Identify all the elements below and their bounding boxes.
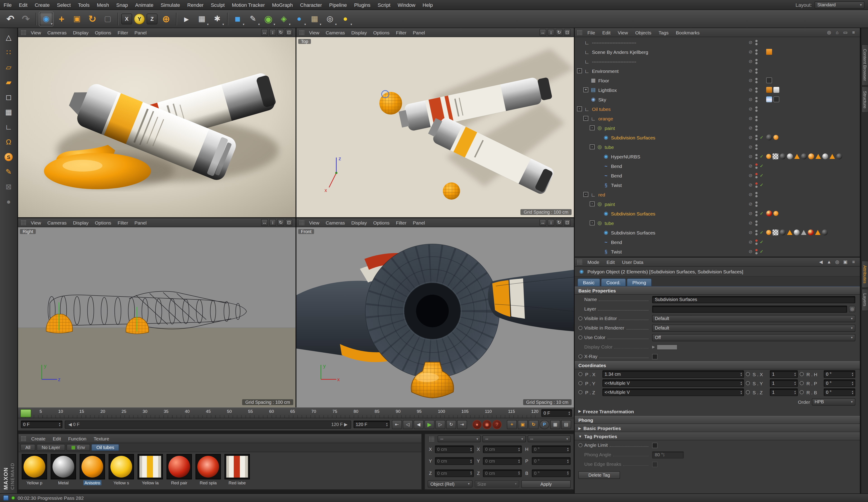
- move-tool[interactable]: +: [54, 12, 69, 26]
- home-icon[interactable]: ⌂: [834, 30, 840, 35]
- viewport-menu-options[interactable]: Options: [370, 30, 393, 35]
- material-yellow-la[interactable]: Yellow la: [137, 454, 164, 485]
- add-camera-button[interactable]: ◎▾: [323, 12, 337, 26]
- phong-basic-properties[interactable]: ▶ Basic Properties: [575, 424, 860, 432]
- front-canvas[interactable]: y x Front Grid Spacing : 10 cm: [297, 227, 574, 407]
- renderer-visibility-dot[interactable]: [755, 176, 757, 178]
- attribute-menu-user-data[interactable]: User Data: [618, 259, 647, 265]
- editor-visibility-dot[interactable]: [755, 96, 757, 99]
- panel-grip-icon[interactable]: [21, 436, 26, 441]
- visibility-dots[interactable]: [754, 220, 758, 226]
- tree-row[interactable]: ∟----------------------------⊘: [575, 38, 860, 47]
- tree-row[interactable]: ~Bend⊘✓: [575, 237, 860, 247]
- sphere-gray-tag-icon[interactable]: [787, 153, 793, 159]
- pan-view-icon[interactable]: ↔: [539, 219, 546, 226]
- expand-icon[interactable]: ▶: [652, 345, 655, 349]
- object-menu-tags[interactable]: Tags: [655, 30, 672, 35]
- toggle-view-icon[interactable]: ⊡: [564, 219, 571, 226]
- layer-toggle-icon[interactable]: ⊘: [747, 173, 754, 178]
- editor-visibility-dot[interactable]: [755, 106, 757, 109]
- viewport-menu-display[interactable]: Display: [348, 30, 370, 35]
- layer-toggle-icon[interactable]: ⊘: [747, 49, 754, 54]
- menu-mesh[interactable]: Mesh: [93, 2, 113, 8]
- stepper[interactable]: ▴▾: [794, 372, 796, 376]
- pan-view-icon[interactable]: ↔: [539, 29, 546, 36]
- renderer-visibility-dot[interactable]: [755, 128, 757, 131]
- renderer-visibility-dot[interactable]: [755, 138, 757, 140]
- rotation-field[interactable]: 0 °▴▾: [824, 388, 855, 396]
- collapse-icon[interactable]: -: [590, 144, 595, 150]
- viewport-filter-button[interactable]: ●: [2, 195, 16, 209]
- renderer-visibility-dot[interactable]: [755, 185, 757, 188]
- stepper[interactable]: ▴▾: [518, 459, 519, 463]
- tab-coord[interactable]: Coord.: [601, 278, 626, 286]
- sphere-red-tag-icon[interactable]: [808, 229, 814, 235]
- layer-toggle-icon[interactable]: ⊘: [747, 125, 754, 130]
- dock-tab-attributes[interactable]: Attributes: [862, 261, 868, 288]
- make-editable-button[interactable]: △: [2, 31, 16, 44]
- phong-angle-field[interactable]: 80 °▴▾: [652, 451, 684, 458]
- layer-toggle-icon[interactable]: ⊘: [747, 192, 754, 197]
- layer-toggle-icon[interactable]: ⊘: [747, 211, 754, 216]
- sphere-gray-tag-icon[interactable]: [794, 229, 800, 235]
- menu-help[interactable]: Help: [419, 2, 436, 8]
- rotate-tool[interactable]: ↻: [85, 12, 100, 26]
- stepper[interactable]: ▴▾: [794, 390, 796, 395]
- visibility-dots[interactable]: [754, 96, 758, 102]
- renderer-visibility-dot[interactable]: [755, 233, 757, 235]
- layout-dropdown[interactable]: Standard ▾: [815, 1, 864, 8]
- menu-file[interactable]: File: [0, 2, 15, 8]
- renderer-visibility-dot[interactable]: [755, 166, 757, 168]
- add-environment-button[interactable]: ▦▾: [307, 12, 322, 26]
- editor-visibility-dot[interactable]: [755, 40, 757, 42]
- layer-toggle-icon[interactable]: ⊘: [747, 68, 754, 73]
- layer-toggle-icon[interactable]: ⊘: [747, 59, 754, 64]
- tree-row[interactable]: ◉HyperNURBS⊘✓: [575, 152, 860, 161]
- visibility-dots[interactable]: [754, 201, 758, 207]
- coord-position-field[interactable]: 0 cm▴▾: [435, 469, 474, 477]
- stepper[interactable]: ▴▾: [567, 471, 568, 475]
- scale-tool[interactable]: ▣: [70, 12, 84, 26]
- viewport-menu-filter[interactable]: Filter: [393, 220, 410, 225]
- add-light-button[interactable]: ●▾: [338, 12, 353, 26]
- stepper[interactable]: ▴▾: [794, 381, 796, 386]
- dot-orange-tag-icon[interactable]: [773, 211, 778, 216]
- sphere-black-tag-icon[interactable]: [766, 134, 772, 140]
- renderer-visibility-dot[interactable]: [755, 147, 757, 150]
- material-red-labe[interactable]: Red labe: [224, 454, 251, 485]
- dolly-view-icon[interactable]: ↕: [269, 29, 276, 36]
- viewport-menu-view[interactable]: View: [28, 220, 44, 225]
- key-parameter-button[interactable]: P: [539, 420, 549, 429]
- tree-row[interactable]: -∟orange⊘: [575, 114, 860, 123]
- lock-icon[interactable]: ▣: [842, 259, 849, 264]
- goto-end-button[interactable]: ⇥: [457, 420, 467, 429]
- viewport-menu-filter[interactable]: Filter: [393, 30, 410, 35]
- collapse-icon[interactable]: -: [590, 125, 595, 130]
- menu-select[interactable]: Select: [53, 2, 74, 8]
- attribute-menu-mode[interactable]: Mode: [584, 259, 603, 265]
- visibility-dots[interactable]: [754, 144, 758, 150]
- layer-toggle-icon[interactable]: ⊘: [747, 182, 754, 187]
- layer-toggle-icon[interactable]: ⊘: [747, 106, 754, 111]
- stepper[interactable]: ▴▾: [852, 390, 853, 395]
- editor-visibility-dot[interactable]: [755, 68, 757, 70]
- tri-orange-tag-icon[interactable]: [787, 230, 793, 235]
- panel-grip-icon[interactable]: [299, 220, 304, 225]
- renderer-visibility-dot[interactable]: [755, 109, 757, 112]
- edge-breaks-checkbox[interactable]: [652, 461, 658, 467]
- tree-row[interactable]: -∟Oil tubes⊘: [575, 104, 860, 114]
- collapse-icon[interactable]: -: [590, 221, 595, 225]
- menu-sculpt[interactable]: Sculpt: [207, 2, 228, 8]
- viewport-menu-options[interactable]: Options: [92, 30, 114, 35]
- enabled-check-icon[interactable]: ✓: [758, 211, 765, 216]
- stepper[interactable]: ▴▾: [740, 372, 742, 376]
- toggle-view-icon[interactable]: ⊡: [286, 29, 292, 36]
- anim-dot-icon[interactable]: [578, 381, 582, 385]
- stepper[interactable]: ▴▾: [852, 372, 853, 376]
- name-input[interactable]: Subdivision Surfaces: [652, 296, 855, 303]
- tex-white-tag-icon[interactable]: [773, 87, 779, 93]
- viewport-menu-display[interactable]: Display: [70, 30, 92, 35]
- dot-orange-tag-icon[interactable]: [773, 135, 778, 140]
- layer-toggle-icon[interactable]: ⊘: [747, 154, 754, 159]
- position-field[interactable]: <<Multiple V▴▾: [602, 379, 744, 387]
